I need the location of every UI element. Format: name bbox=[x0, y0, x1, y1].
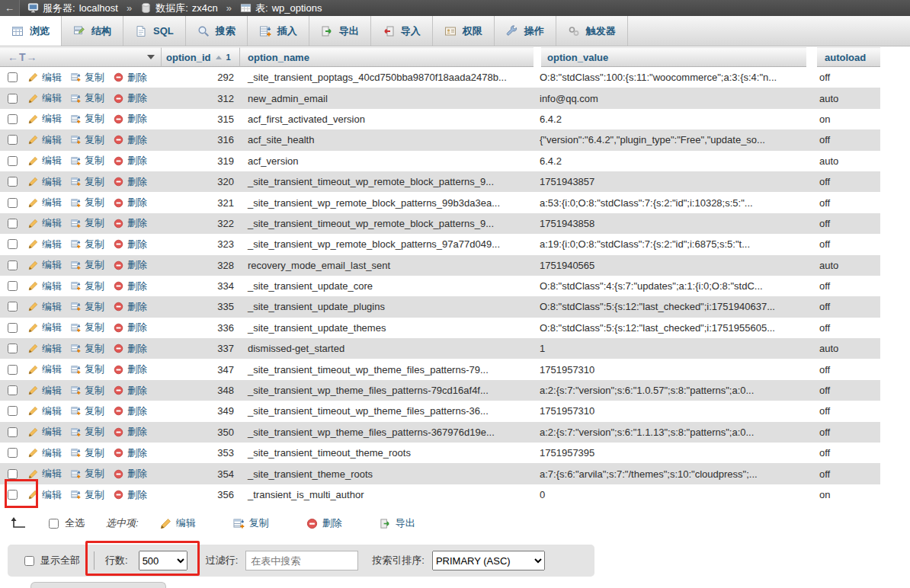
row-copy-link[interactable]: 复制 bbox=[85, 488, 104, 502]
row-copy-link[interactable]: 复制 bbox=[85, 280, 104, 293]
row-checkbox[interactable] bbox=[8, 135, 18, 145]
row-checkbox[interactable] bbox=[8, 198, 18, 208]
row-checkbox[interactable] bbox=[8, 427, 18, 437]
row-edit-link[interactable]: 编辑 bbox=[42, 175, 62, 189]
row-edit-link[interactable]: 编辑 bbox=[42, 363, 62, 376]
row-checkbox[interactable] bbox=[8, 406, 18, 416]
row-delete-link[interactable]: 删除 bbox=[127, 258, 147, 272]
row-checkbox[interactable] bbox=[8, 385, 18, 395]
row-delete-link[interactable]: 删除 bbox=[127, 467, 147, 481]
row-delete-link[interactable]: 删除 bbox=[127, 363, 147, 376]
row-delete-link[interactable]: 删除 bbox=[127, 300, 147, 314]
row-delete-link[interactable]: 删除 bbox=[127, 175, 147, 189]
back-arrow-button[interactable]: ← bbox=[0, 0, 20, 16]
row-checkbox[interactable] bbox=[8, 114, 18, 124]
row-edit-link[interactable]: 编辑 bbox=[42, 488, 62, 502]
row-copy-link[interactable]: 复制 bbox=[85, 216, 104, 230]
row-edit-link[interactable]: 编辑 bbox=[42, 112, 62, 126]
row-copy-link[interactable]: 复制 bbox=[85, 154, 104, 168]
row-checkbox[interactable] bbox=[8, 260, 18, 270]
tab-sql[interactable]: SQL bbox=[123, 16, 186, 46]
breadcrumb-db-link[interactable]: zx4cn bbox=[192, 2, 218, 14]
row-edit-link[interactable]: 编辑 bbox=[42, 216, 62, 230]
row-checkbox[interactable] bbox=[8, 448, 18, 458]
row-edit-link[interactable]: 编辑 bbox=[42, 446, 62, 460]
row-checkbox[interactable] bbox=[8, 177, 18, 187]
tab-import[interactable]: 导入 bbox=[371, 16, 433, 46]
row-delete-link[interactable]: 删除 bbox=[127, 321, 147, 334]
sort-by-key-select[interactable]: PRIMARY (ASC) bbox=[432, 551, 545, 570]
row-edit-link[interactable]: 编辑 bbox=[42, 384, 62, 398]
row-edit-link[interactable]: 编辑 bbox=[42, 404, 62, 418]
row-delete-link[interactable]: 删除 bbox=[127, 342, 147, 356]
row-copy-link[interactable]: 复制 bbox=[85, 384, 104, 398]
header-autoload[interactable]: autoload bbox=[817, 47, 880, 67]
row-edit-link[interactable]: 编辑 bbox=[42, 258, 62, 272]
row-copy-link[interactable]: 复制 bbox=[85, 112, 104, 126]
row-edit-link[interactable]: 编辑 bbox=[42, 321, 62, 334]
tab-privileges[interactable]: 权限 bbox=[433, 16, 495, 46]
tab-search[interactable]: 搜索 bbox=[186, 16, 248, 46]
row-delete-link[interactable]: 删除 bbox=[127, 425, 147, 439]
row-checkbox[interactable] bbox=[8, 156, 18, 166]
check-all-checkbox[interactable] bbox=[49, 519, 59, 529]
row-edit-link[interactable]: 编辑 bbox=[42, 91, 62, 105]
row-checkbox[interactable] bbox=[8, 323, 18, 333]
row-checkbox[interactable] bbox=[8, 239, 18, 249]
row-checkbox[interactable] bbox=[8, 281, 18, 291]
tab-triggers[interactable]: 触发器 bbox=[556, 16, 628, 46]
show-all-checkbox[interactable] bbox=[24, 556, 34, 566]
tab-insert[interactable]: 插入 bbox=[248, 16, 309, 46]
row-delete-link[interactable]: 删除 bbox=[127, 384, 147, 398]
selected-export-button[interactable]: 导出 bbox=[380, 516, 421, 530]
breadcrumb-server-link[interactable]: localhost bbox=[79, 2, 118, 14]
rows-count-select[interactable]: 500 bbox=[139, 551, 187, 570]
row-copy-link[interactable]: 复制 bbox=[85, 196, 104, 209]
selected-copy-button[interactable]: 复制 bbox=[233, 516, 274, 530]
row-copy-link[interactable]: 复制 bbox=[85, 238, 104, 251]
selected-delete-button[interactable]: 删除 bbox=[306, 516, 348, 530]
row-checkbox[interactable] bbox=[8, 94, 18, 104]
row-checkbox[interactable] bbox=[8, 469, 18, 479]
tab-export[interactable]: 导出 bbox=[309, 16, 371, 46]
tab-browse[interactable]: 浏览 bbox=[0, 16, 62, 46]
row-copy-link[interactable]: 复制 bbox=[85, 91, 104, 105]
row-delete-link[interactable]: 删除 bbox=[127, 196, 147, 209]
row-copy-link[interactable]: 复制 bbox=[85, 175, 104, 189]
row-copy-link[interactable]: 复制 bbox=[85, 258, 104, 272]
row-copy-link[interactable]: 复制 bbox=[85, 300, 104, 314]
row-edit-link[interactable]: 编辑 bbox=[42, 71, 62, 85]
row-edit-link[interactable]: 编辑 bbox=[42, 467, 62, 481]
row-delete-link[interactable]: 删除 bbox=[127, 71, 147, 85]
row-delete-link[interactable]: 删除 bbox=[127, 238, 147, 251]
row-edit-link[interactable]: 编辑 bbox=[42, 238, 62, 251]
row-checkbox[interactable] bbox=[8, 72, 18, 82]
row-edit-link[interactable]: 编辑 bbox=[42, 342, 62, 356]
row-edit-link[interactable]: 编辑 bbox=[42, 425, 62, 439]
row-delete-link[interactable]: 删除 bbox=[127, 216, 147, 230]
row-checkbox[interactable] bbox=[8, 490, 18, 500]
row-edit-link[interactable]: 编辑 bbox=[42, 300, 62, 314]
row-delete-link[interactable]: 删除 bbox=[127, 488, 147, 502]
row-delete-link[interactable]: 删除 bbox=[127, 133, 147, 147]
options-dropdown-icon[interactable] bbox=[147, 55, 155, 59]
row-delete-link[interactable]: 删除 bbox=[127, 280, 147, 293]
row-copy-link[interactable]: 复制 bbox=[85, 342, 104, 356]
row-delete-link[interactable]: 删除 bbox=[127, 112, 147, 126]
row-checkbox[interactable] bbox=[8, 302, 18, 312]
row-edit-link[interactable]: 编辑 bbox=[42, 280, 62, 293]
row-checkbox[interactable] bbox=[8, 344, 18, 353]
row-copy-link[interactable]: 复制 bbox=[85, 467, 104, 481]
header-option-value[interactable]: option_value bbox=[541, 47, 806, 67]
header-option-id[interactable]: option_id 1 bbox=[162, 47, 240, 67]
row-copy-link[interactable]: 复制 bbox=[85, 71, 104, 85]
row-edit-link[interactable]: 编辑 bbox=[42, 154, 62, 168]
tab-operations[interactable]: 操作 bbox=[495, 16, 556, 46]
row-copy-link[interactable]: 复制 bbox=[85, 363, 104, 376]
selected-edit-button[interactable]: 编辑 bbox=[160, 516, 201, 530]
row-delete-link[interactable]: 删除 bbox=[127, 154, 147, 168]
row-delete-link[interactable]: 删除 bbox=[127, 91, 147, 105]
row-checkbox[interactable] bbox=[8, 365, 18, 375]
row-copy-link[interactable]: 复制 bbox=[85, 133, 104, 147]
row-copy-link[interactable]: 复制 bbox=[85, 425, 104, 439]
